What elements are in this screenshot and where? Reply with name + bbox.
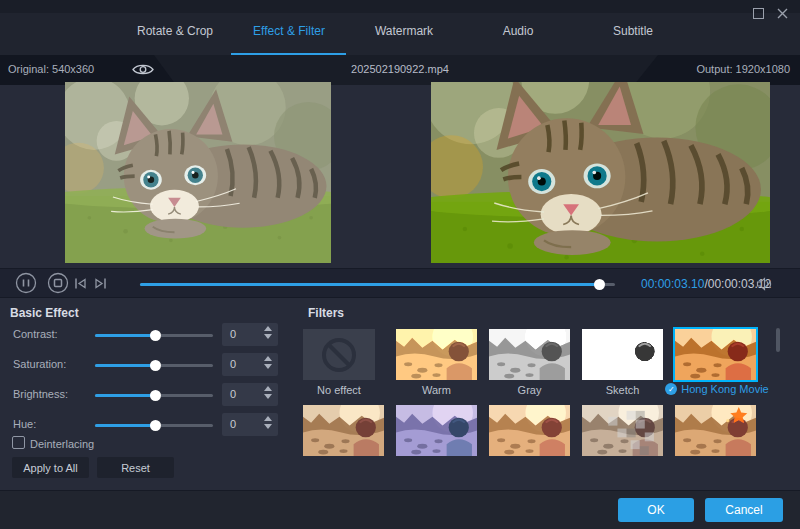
selected-check-icon: ✓	[665, 383, 677, 395]
tab-rotate-crop[interactable]: Rotate & Crop	[137, 24, 213, 38]
pause-button[interactable]	[15, 272, 37, 294]
filter-label-warm: Warm	[396, 384, 477, 396]
filter-no-effect[interactable]	[303, 329, 375, 380]
brightness-spinner[interactable]: 0	[222, 383, 278, 406]
hue-slider[interactable]	[95, 420, 213, 431]
next-frame-button[interactable]	[93, 276, 115, 298]
filter-label-no-effect: No effect	[303, 384, 375, 396]
effect-filter-dialog: Rotate & Crop Effect & Filter Watermark …	[0, 0, 800, 529]
saturation-value: 0	[230, 358, 236, 370]
filters-scrollbar[interactable]	[776, 328, 780, 352]
spin-down-icon[interactable]	[264, 364, 272, 369]
saturation-slider[interactable]	[95, 360, 213, 371]
filter-hong-kong-movie[interactable]	[675, 329, 756, 380]
tab-audio[interactable]: Audio	[503, 24, 534, 38]
prev-frame-icon	[73, 276, 88, 291]
contrast-slider[interactable]	[95, 330, 213, 341]
seek-handle[interactable]	[594, 279, 605, 290]
filters-title: Filters	[308, 306, 344, 320]
output-resolution-label: Output: 1920x1080	[696, 63, 790, 75]
player-bar: 00:00:03.10/00:00:03.12	[0, 268, 800, 298]
filter-thumbnail[interactable]	[396, 405, 477, 456]
volume-button[interactable]	[756, 277, 773, 295]
hue-value: 0	[230, 418, 236, 430]
seek-slider[interactable]	[140, 279, 615, 290]
hue-label: Hue:	[13, 418, 36, 430]
current-time: 00:00:03.10	[641, 277, 704, 291]
filter-thumbnail-mosaic[interactable]	[582, 405, 663, 456]
tab-effect-filter[interactable]: Effect & Filter	[253, 24, 325, 38]
filter-sketch[interactable]	[582, 329, 663, 380]
prev-frame-button[interactable]	[73, 276, 95, 298]
filter-thumbnail[interactable]	[489, 405, 570, 456]
header-bar: Rotate & Crop Effect & Filter Watermark …	[0, 0, 800, 55]
brightness-label: Brightness:	[13, 388, 68, 400]
seek-progress	[140, 283, 600, 286]
preview-output	[431, 82, 770, 263]
spin-down-icon[interactable]	[264, 334, 272, 339]
hue-slider-handle[interactable]	[150, 420, 161, 431]
maximize-button[interactable]	[749, 5, 767, 21]
spin-down-icon[interactable]	[264, 424, 272, 429]
stop-button[interactable]	[47, 272, 69, 294]
tab-watermark[interactable]: Watermark	[375, 24, 433, 38]
spin-up-icon[interactable]	[264, 416, 272, 421]
contrast-value: 0	[230, 328, 236, 340]
spin-down-icon[interactable]	[264, 394, 272, 399]
filter-label-hong-kong-movie: ✓ Hong Kong Movie	[664, 383, 770, 395]
filter-thumbnail-star[interactable]	[675, 405, 756, 456]
basic-effect-title: Basic Effect	[10, 306, 79, 320]
filter-warm[interactable]	[396, 329, 477, 380]
spin-up-icon[interactable]	[264, 326, 272, 331]
contrast-slider-handle[interactable]	[150, 330, 161, 341]
volume-icon	[756, 277, 773, 291]
filter-gray[interactable]	[489, 329, 570, 380]
saturation-label: Saturation:	[13, 358, 66, 370]
cancel-button[interactable]: Cancel	[705, 498, 783, 522]
maximize-icon	[753, 8, 764, 19]
tab-subtitle[interactable]: Subtitle	[613, 24, 653, 38]
deinterlacing-checkbox[interactable]	[12, 436, 25, 449]
ok-button[interactable]: OK	[618, 498, 694, 522]
brightness-value: 0	[230, 388, 236, 400]
close-button[interactable]	[773, 5, 791, 21]
spin-up-icon[interactable]	[264, 356, 272, 361]
filter-label-gray: Gray	[489, 384, 570, 396]
apply-to-all-button[interactable]: Apply to All	[12, 457, 89, 478]
spin-up-icon[interactable]	[264, 386, 272, 391]
deinterlacing-label: Deinterlacing	[30, 438, 94, 450]
saturation-spinner[interactable]: 0	[222, 353, 278, 376]
close-icon	[777, 8, 788, 19]
brightness-slider[interactable]	[95, 390, 213, 401]
contrast-spinner[interactable]: 0	[222, 323, 278, 346]
time-display: 00:00:03.10/00:00:03.12	[641, 277, 771, 291]
no-effect-icon	[317, 333, 361, 377]
stop-icon	[47, 272, 69, 294]
footer-bar: OK Cancel	[0, 490, 800, 529]
brightness-slider-handle[interactable]	[150, 390, 161, 401]
hue-spinner[interactable]: 0	[222, 413, 278, 436]
titlebar	[0, 0, 800, 13]
reset-button[interactable]: Reset	[97, 457, 174, 478]
filter-label-sketch: Sketch	[582, 384, 663, 396]
saturation-slider-handle[interactable]	[150, 360, 161, 371]
filter-thumbnail[interactable]	[303, 405, 384, 456]
pause-icon	[15, 272, 37, 294]
contrast-label: Contrast:	[13, 328, 58, 340]
info-bar: Original: 540x360 202502190922.mp4 Outpu…	[0, 55, 800, 85]
preview-original	[65, 82, 331, 263]
next-frame-icon	[93, 276, 108, 291]
